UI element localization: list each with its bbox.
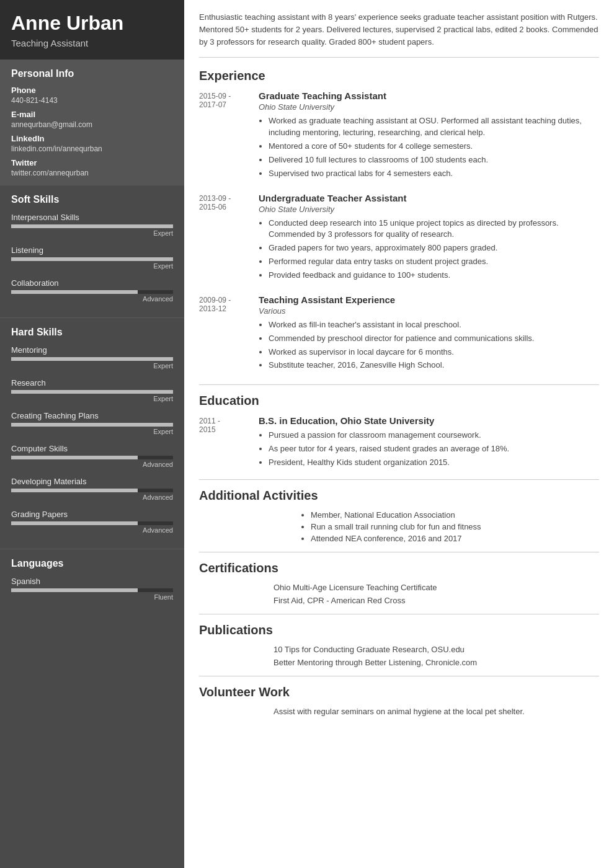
list-item: Mentored a core of 50+ students for 4 co… bbox=[269, 141, 599, 153]
hard-skills-title: Hard Skills bbox=[11, 327, 173, 338]
skill-bar-bg bbox=[11, 456, 173, 459]
experience-block: 2009-09 -2013-12Teaching Assistant Exper… bbox=[199, 294, 599, 373]
skill-name: Computer Skills bbox=[11, 444, 173, 453]
skill-item: SpanishFluent bbox=[11, 577, 173, 601]
skill-level: Advanced bbox=[11, 461, 173, 468]
skill-bar-bg bbox=[11, 290, 173, 294]
skill-item: Computer SkillsAdvanced bbox=[11, 444, 173, 468]
divider bbox=[199, 552, 599, 552]
linkedin-label: LinkedIn bbox=[11, 134, 173, 143]
skill-item: Developing MaterialsAdvanced bbox=[11, 477, 173, 501]
certifications-title: Certifications bbox=[199, 561, 599, 575]
skill-level: Expert bbox=[11, 362, 173, 370]
sidebar: Anne Urban Teaching Assistant Personal I… bbox=[0, 0, 184, 868]
skill-item: MentoringExpert bbox=[11, 345, 173, 370]
certifications-section: Certifications Ohio Multi-Age Licensure … bbox=[199, 561, 599, 605]
experience-list: 2015-09 -2017-07Graduate Teaching Assist… bbox=[199, 91, 599, 373]
skill-bar-accent bbox=[138, 456, 173, 459]
skill-bar-bg bbox=[11, 257, 173, 261]
edu-content: B.S. in Education, Ohio State University… bbox=[259, 415, 599, 471]
divider bbox=[199, 614, 599, 614]
divider bbox=[199, 384, 599, 385]
skill-bar-bg bbox=[11, 423, 173, 427]
phone-label: Phone bbox=[11, 86, 173, 95]
skill-bar-bg bbox=[11, 390, 173, 394]
skill-bar-fill bbox=[11, 357, 173, 361]
phone-value: 440-821-4143 bbox=[11, 96, 173, 105]
activities-section: Additional Activities Member, National E… bbox=[199, 489, 599, 543]
skill-level: Fluent bbox=[11, 593, 173, 601]
exp-bullets: Worked as graduate teaching assistant at… bbox=[259, 115, 599, 179]
publications-title: Publications bbox=[199, 623, 599, 637]
languages-section: Languages SpanishFluent bbox=[0, 549, 184, 616]
exp-content: Teaching Assistant ExperienceVariousWork… bbox=[259, 294, 599, 373]
list-item: Worked as fill-in teacher's assistant in… bbox=[269, 319, 599, 331]
activities-list: Member, National Education AssociationRu… bbox=[199, 510, 599, 543]
exp-job-title: Graduate Teaching Assistant bbox=[259, 91, 599, 101]
skill-bar-bg bbox=[11, 224, 173, 228]
skill-item: CollaborationAdvanced bbox=[11, 278, 173, 303]
exp-content: Undergraduate Teacher AssistantOhio Stat… bbox=[259, 193, 599, 283]
exp-company: Ohio State University bbox=[259, 102, 599, 112]
skill-bar-fill bbox=[11, 290, 138, 294]
exp-bullets: Worked as fill-in teacher's assistant in… bbox=[259, 319, 599, 371]
skill-bar-bg bbox=[11, 489, 173, 492]
exp-dates: 2013-09 -2015-06 bbox=[199, 193, 249, 283]
skill-name: Collaboration bbox=[11, 278, 173, 288]
volunteer-title: Volunteer Work bbox=[199, 685, 599, 699]
skill-bar-fill bbox=[11, 521, 138, 525]
skill-item: Interpersonal SkillsExpert bbox=[11, 213, 173, 237]
skill-level: Advanced bbox=[11, 295, 173, 303]
list-item: As peer tutor for 4 years, raised studen… bbox=[269, 443, 599, 455]
list-item: Substitute teacher, 2016, Zanesville Hig… bbox=[269, 360, 599, 371]
education-list: 2011 -2015B.S. in Education, Ohio State … bbox=[199, 415, 599, 471]
skill-item: ResearchExpert bbox=[11, 378, 173, 402]
skill-name: Developing Materials bbox=[11, 477, 173, 486]
list-item: Provided feedback and guidance to 100+ s… bbox=[269, 270, 599, 281]
skill-bar-fill bbox=[11, 423, 173, 427]
email-label: E-mail bbox=[11, 110, 173, 119]
exp-dates: 2009-09 -2013-12 bbox=[199, 294, 249, 373]
candidate-name: Anne Urban bbox=[11, 12, 173, 34]
volunteer-section: Volunteer Work Assist with regular semin… bbox=[199, 685, 599, 716]
list-item: Delivered 10 full lectures to classrooms… bbox=[269, 154, 599, 166]
exp-content: Graduate Teaching AssistantOhio State Un… bbox=[259, 91, 599, 181]
skill-item: Grading PapersAdvanced bbox=[11, 510, 173, 534]
publications-section: Publications 10 Tips for Conducting Grad… bbox=[199, 623, 599, 667]
skill-bar-fill bbox=[11, 224, 173, 228]
soft-skills-section: Soft Skills Interpersonal SkillsExpertLi… bbox=[0, 185, 184, 317]
hard-skills-list: MentoringExpertResearchExpertCreating Te… bbox=[11, 345, 173, 534]
soft-skills-list: Interpersonal SkillsExpertListeningExper… bbox=[11, 213, 173, 303]
twitter-value: twitter.com/annequrban bbox=[11, 169, 173, 177]
skill-bar-fill bbox=[11, 390, 173, 394]
list-item: Conducted deep research into 15 unique p… bbox=[269, 218, 599, 241]
publications-list: 10 Tips for Conducting Graduate Research… bbox=[199, 645, 599, 667]
list-item: Performed regular data entry tasks on st… bbox=[269, 256, 599, 268]
personal-info-title: Personal Info bbox=[11, 68, 173, 79]
candidate-title: Teaching Assistant bbox=[11, 38, 173, 48]
list-item: Worked as supervisor in local daycare fo… bbox=[269, 347, 599, 358]
list-item: Run a small trail running club for fun a… bbox=[311, 522, 599, 531]
experience-block: 2013-09 -2015-06Undergraduate Teacher As… bbox=[199, 193, 599, 283]
skill-item: ListeningExpert bbox=[11, 246, 173, 270]
summary-text: Enthusiastic teaching assistant with 8 y… bbox=[199, 11, 599, 58]
experience-section: Experience 2015-09 -2017-07Graduate Teac… bbox=[199, 69, 599, 373]
volunteer-list: Assist with regular seminars on animal h… bbox=[199, 707, 599, 716]
edu-degree: B.S. in Education, Ohio State University bbox=[259, 415, 599, 426]
exp-bullets: Conducted deep research into 15 unique p… bbox=[259, 218, 599, 281]
languages-title: Languages bbox=[11, 558, 173, 569]
list-item: President, Healthy Kids student organiza… bbox=[269, 457, 599, 469]
edu-bullets: Pursued a passion for classroom manageme… bbox=[259, 430, 599, 469]
skill-bar-accent bbox=[138, 588, 173, 592]
email-value: annequrban@gmail.com bbox=[11, 120, 173, 129]
skill-level: Expert bbox=[11, 229, 173, 237]
skill-bar-bg bbox=[11, 521, 173, 525]
list-item: Worked as graduate teaching assistant at… bbox=[269, 115, 599, 139]
skill-name: Grading Papers bbox=[11, 510, 173, 519]
skill-name: Interpersonal Skills bbox=[11, 213, 173, 222]
skill-name: Spanish bbox=[11, 577, 173, 586]
experience-title: Experience bbox=[199, 69, 599, 83]
list-item: Supervised two practical labs for 4 seme… bbox=[269, 168, 599, 180]
list-item: Member, National Education Association bbox=[311, 510, 599, 520]
skill-item: Creating Teaching PlansExpert bbox=[11, 411, 173, 435]
